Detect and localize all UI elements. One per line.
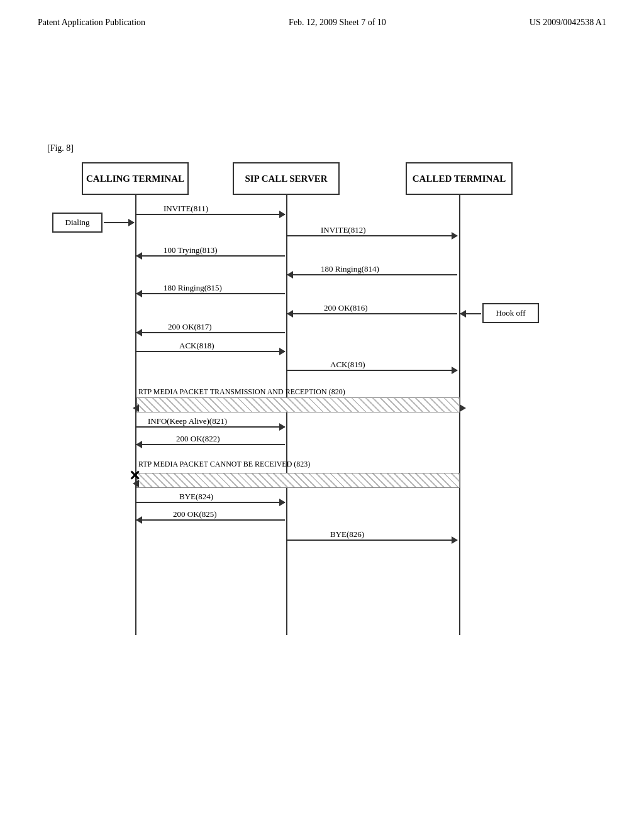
rtp-band-820 [136,397,460,412]
label-ok-825: 200 OK(825) [173,509,217,519]
label-bye-824: BYE(824) [179,492,213,502]
col-calling-terminal: CALLING TERMINAL [82,162,189,195]
arrow-bye-826 [287,540,457,541]
arrow-bye-824 [136,502,285,503]
vline-sip [286,195,287,635]
vline-calling [135,195,136,635]
col-called-terminal: CALLED TERMINAL [406,162,513,195]
label-info-821: INFO(Keep Alive)(821) [148,416,227,426]
label-bye-826: BYE(826) [330,529,364,540]
label-ok-822: 200 OK(822) [176,434,220,444]
label-ack-818: ACK(818) [179,341,214,351]
arrow-ack-818 [136,351,285,352]
fig-label: [Fig. 8] [47,143,74,153]
arrow-ok-816 [287,313,457,314]
arrow-ringing-814 [287,274,457,275]
rtp-left-arrowhead [133,404,139,412]
label-ok-816: 200 OK(816) [324,303,368,313]
header-center: Feb. 12, 2009 Sheet 7 of 10 [289,18,386,28]
label-ack-819: ACK(819) [330,360,365,370]
arrow-trying-813 [136,255,285,257]
arrow-ok-825 [136,519,285,521]
arrow-invite-812 [287,235,457,236]
col-sip-server: SIP CALL SERVER [233,162,340,195]
label-invite-811: INVITE(811) [164,204,208,214]
arrow-ringing-815 [136,293,285,294]
page: Patent Application Publication Feb. 12, … [0,0,644,830]
dialing-box: Dialing [52,213,103,233]
arrow-ok-822 [136,444,285,445]
label-trying-813: 100 Trying(813) [164,245,218,255]
diagram: CALLING TERMINAL SIP CALL SERVER CALLED … [47,162,601,653]
vline-called [459,195,460,635]
arrow-ok-817 [136,332,285,333]
header-left: Patent Application Publication [38,18,145,28]
header: Patent Application Publication Feb. 12, … [38,18,606,28]
label-rtp-820: RTP MEDIA PACKET TRANSMISSION AND RECEPT… [138,387,345,397]
label-invite-812: INVITE(812) [321,225,365,235]
arrow-ack-819 [287,370,457,371]
label-rtp-823: RTP MEDIA PACKET CANNOT BE RECEIVED (823… [138,460,310,469]
label-ringing-814: 180 Ringing(814) [321,264,379,274]
arrow-invite-811 [136,214,285,215]
hookoff-arrow [460,313,481,314]
label-ok-817: 200 OK(817) [168,322,212,332]
rtp-band-823 [136,473,460,488]
label-ringing-815: 180 Ringing(815) [164,283,222,293]
arrow-info-821 [136,426,285,428]
dialing-arrow [104,222,134,223]
rtp2-left-arrowhead [133,480,139,487]
hookoff-box: Hook off [482,303,539,323]
header-right: US 2009/0042538 A1 [530,18,606,28]
rtp-right-arrowhead [460,404,466,412]
